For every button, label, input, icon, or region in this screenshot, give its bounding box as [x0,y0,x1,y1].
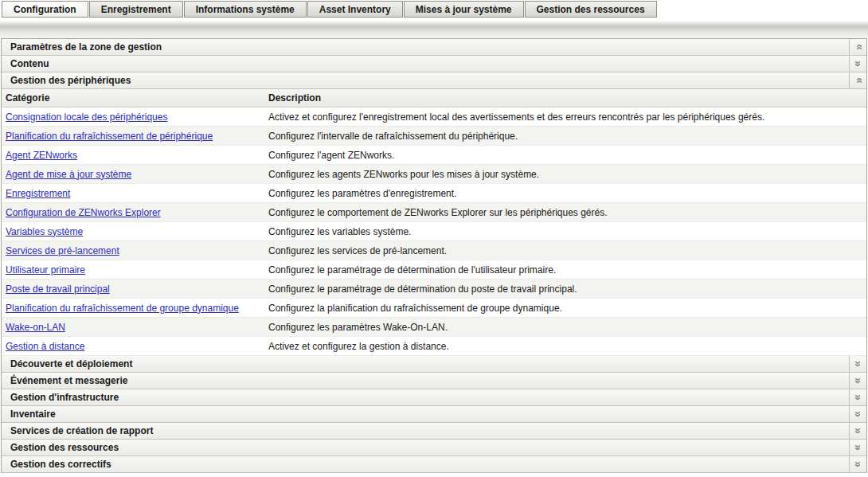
panel-collapse-cell[interactable]: » [849,39,866,55]
tab-informations-systeme[interactable]: Informations système [184,1,307,18]
table-row: Wake-on-LANConfigurez les paramètres Wak… [2,318,866,337]
section-expand-cell[interactable]: » [849,56,866,72]
section-title: Contenu [2,56,849,72]
section-expand-cell[interactable]: » [849,406,866,422]
section-header-gestion-des-ressources[interactable]: Gestion des ressources» [2,440,866,456]
double-chevron-down-icon[interactable]: » [852,444,863,451]
category-link-variables-systeme[interactable]: Variables système [6,226,83,237]
description-cell: Configurez la planification du rafraîchi… [264,303,866,314]
settings-table-body: Consignation locale des périphériquesAct… [2,108,866,356]
panel-header-parametres-zone-gestion[interactable]: Paramètres de la zone de gestion » [2,39,866,56]
section-title: Événement et messagerie [2,373,849,389]
category-link-planification-du-rafraichissement-de-peripherique[interactable]: Planification du rafraîchissement de pér… [6,131,213,142]
description-cell: Configurez les services de pré-lancement… [264,245,866,256]
management-zone-panel: Paramètres de la zone de gestion » Conte… [1,38,867,473]
double-chevron-down-icon[interactable]: » [852,411,863,417]
double-chevron-down-icon[interactable]: » [852,361,863,367]
description-cell: Activez et configurez la gestion à dista… [264,341,866,352]
section-title: Gestion d'infrastructure [2,389,849,405]
description-cell: Configurez l'agent ZENworks. [264,150,866,161]
category-cell: Agent ZENworks [2,150,264,161]
section-collapse-cell[interactable]: » [849,72,866,88]
category-link-agent-zenworks[interactable]: Agent ZENworks [6,150,77,161]
tab-mises-a-jour-systeme[interactable]: Mises à jour système [404,1,524,18]
table-header-row: Catégorie Description [2,89,866,108]
category-link-gestion-a-distance[interactable]: Gestion à distance [6,341,84,352]
tab-asset-inventory[interactable]: Asset Inventory [307,1,403,18]
section-gestion-des-peripheriques: Gestion des périphériques » Catégorie De… [2,72,866,356]
category-cell: Wake-on-LAN [2,322,264,333]
tab-configuration[interactable]: Configuration [2,1,88,18]
description-cell: Configurez les agents ZENworks pour les … [264,169,866,180]
section-header-contenu[interactable]: Contenu» [2,56,866,72]
section-expand-cell[interactable]: » [849,456,866,472]
category-link-planification-du-rafraichissement-de-groupe-dynamique[interactable]: Planification du rafraîchissement de gro… [6,303,239,314]
category-cell: Variables système [2,226,264,237]
category-link-consignation-locale-des-peripheriques[interactable]: Consignation locale des périphériques [6,111,167,123]
sections-top: Contenu» [2,56,866,72]
section-header-inventaire[interactable]: Inventaire» [2,406,866,423]
table-row: Agent ZENworksConfigurez l'agent ZENwork… [2,146,866,165]
section-expand-cell[interactable]: » [849,423,866,439]
category-cell: Agent de mise à jour système [2,169,264,180]
category-cell: Enregistrement [2,188,264,199]
table-row: Services de pré-lancementConfigurez les … [2,241,866,260]
section-expand-cell[interactable]: » [849,389,866,405]
category-cell: Planification du rafraîchissement de gro… [2,303,264,314]
table-row: Gestion à distanceActivez et configurez … [2,337,866,356]
category-cell: Configuration de ZENworks Explorer [2,207,264,218]
panel-title: Paramètres de la zone de gestion [2,39,849,55]
tab-bar: ConfigurationEnregistrementInformations … [0,0,868,18]
section-title: Gestion des correctifs [2,456,849,472]
description-cell: Configurez l'intervalle de rafraîchissem… [264,131,866,142]
category-link-utilisateur-primaire[interactable]: Utilisateur primaire [6,264,85,276]
double-chevron-down-icon[interactable]: » [852,461,863,467]
table-row: Planification du rafraîchissement de gro… [2,299,866,318]
double-chevron-up-icon[interactable]: » [852,44,863,50]
double-chevron-down-icon[interactable]: » [852,377,863,384]
table-row: Consignation locale des périphériquesAct… [2,108,866,127]
section-expand-cell[interactable]: » [849,373,866,389]
category-link-agent-de-mise-a-jour-systeme[interactable]: Agent de mise à jour système [6,169,131,180]
category-link-poste-de-travail-principal[interactable]: Poste de travail principal [6,283,110,295]
category-link-services-de-pre-lancement[interactable]: Services de pré-lancement [6,245,119,256]
category-cell: Utilisateur primaire [2,264,264,276]
section-header-gestion-des-peripheriques[interactable]: Gestion des périphériques » [2,72,866,89]
double-chevron-down-icon[interactable]: » [852,61,863,67]
table-row: Agent de mise à jour systèmeConfigurez l… [2,165,866,184]
tab-gestion-des-ressources[interactable]: Gestion des ressources [525,1,657,18]
table-row: Variables systèmeConfigurez les variable… [2,222,866,241]
section-header-gestion-d-infrastructure[interactable]: Gestion d'infrastructure» [2,389,866,406]
section-title: Gestion des périphériques [2,72,849,88]
toolbar-band [0,18,868,38]
section-expand-cell[interactable]: » [849,356,866,372]
double-chevron-up-icon[interactable]: » [852,77,863,84]
section-expand-cell[interactable]: » [849,440,866,455]
section-header-services-de-creation-de-rapport[interactable]: Services de création de rapport» [2,423,866,440]
category-link-enregistrement[interactable]: Enregistrement [6,188,70,199]
tab-enregistrement[interactable]: Enregistrement [89,1,183,18]
description-cell: Configurez le comportement de ZENworks E… [264,207,866,218]
table-row: Planification du rafraîchissement de pér… [2,127,866,146]
column-header-categorie: Catégorie [2,92,264,104]
description-cell: Configurez les paramètres d'enregistreme… [264,188,866,199]
section-header-evenement-et-messagerie[interactable]: Événement et messagerie» [2,373,866,389]
section-title: Gestion des ressources [2,440,849,455]
section-title: Découverte et déploiement [2,356,849,372]
section-title: Inventaire [2,406,849,422]
category-link-wake-on-lan[interactable]: Wake-on-LAN [6,322,65,333]
section-header-gestion-des-correctifs[interactable]: Gestion des correctifs» [2,456,866,473]
category-link-configuration-de-zenworks-explorer[interactable]: Configuration de ZENworks Explorer [6,207,161,218]
table-row: Utilisateur primaireConfigurez le paramé… [2,260,866,280]
description-cell: Configurez le paramétrage de déterminati… [264,264,866,276]
category-cell: Planification du rafraîchissement de pér… [2,131,264,142]
category-cell: Consignation locale des périphériques [2,111,264,123]
sections-bottom: Découverte et déploiement»Événement et m… [2,356,866,473]
table-row: Configuration de ZENworks ExplorerConfig… [2,203,866,222]
section-header-decouverte-et-deploiement[interactable]: Découverte et déploiement» [2,356,866,373]
table-row: EnregistrementConfigurez les paramètres … [2,184,866,203]
double-chevron-down-icon[interactable]: » [852,394,863,401]
description-cell: Activez et configurez l'enregistrement l… [264,111,866,123]
description-cell: Configurez les paramètres Wake-On-LAN. [264,322,866,333]
double-chevron-down-icon[interactable]: » [852,428,863,434]
